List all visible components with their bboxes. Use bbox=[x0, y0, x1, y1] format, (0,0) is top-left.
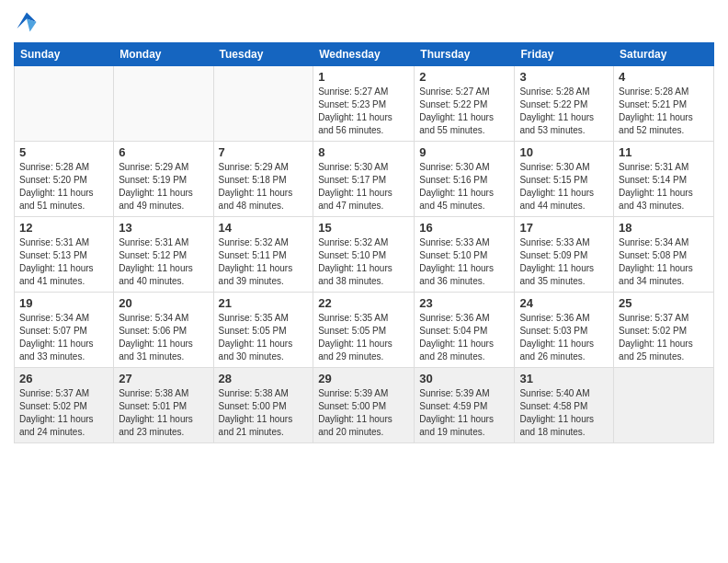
calendar-header bbox=[14, 9, 714, 35]
day-number: 3 bbox=[519, 70, 609, 84]
weekday-header-sunday: Sunday bbox=[15, 43, 114, 66]
weekday-header-wednesday: Wednesday bbox=[313, 43, 415, 66]
day-number: 13 bbox=[119, 221, 208, 235]
calendar-cell: 27Sunrise: 5:38 AM Sunset: 5:01 PM Dayli… bbox=[114, 368, 213, 443]
calendar-cell: 22Sunrise: 5:35 AM Sunset: 5:05 PM Dayli… bbox=[313, 293, 415, 368]
day-number: 29 bbox=[318, 372, 409, 385]
day-number: 12 bbox=[19, 221, 108, 235]
calendar-cell: 11Sunrise: 5:31 AM Sunset: 5:14 PM Dayli… bbox=[614, 142, 714, 217]
day-number: 24 bbox=[519, 296, 609, 310]
day-number: 1 bbox=[318, 70, 409, 84]
weekday-header-tuesday: Tuesday bbox=[213, 43, 313, 66]
calendar-cell: 5Sunrise: 5:28 AM Sunset: 5:20 PM Daylig… bbox=[15, 142, 114, 217]
day-number: 6 bbox=[119, 145, 208, 159]
day-info: Sunrise: 5:29 AM Sunset: 5:19 PM Dayligh… bbox=[119, 161, 208, 213]
day-info: Sunrise: 5:39 AM Sunset: 4:59 PM Dayligh… bbox=[419, 387, 509, 439]
day-number: 26 bbox=[19, 372, 108, 385]
day-number: 28 bbox=[219, 372, 309, 385]
day-info: Sunrise: 5:34 AM Sunset: 5:06 PM Dayligh… bbox=[119, 312, 208, 363]
logo bbox=[14, 9, 43, 35]
day-number: 9 bbox=[419, 145, 509, 159]
calendar-cell: 29Sunrise: 5:39 AM Sunset: 5:00 PM Dayli… bbox=[313, 368, 415, 443]
weekday-header-row: SundayMondayTuesdayWednesdayThursdayFrid… bbox=[15, 43, 714, 66]
week-row-2: 5Sunrise: 5:28 AM Sunset: 5:20 PM Daylig… bbox=[15, 142, 714, 217]
day-info: Sunrise: 5:38 AM Sunset: 5:01 PM Dayligh… bbox=[119, 387, 208, 439]
calendar-cell: 30Sunrise: 5:39 AM Sunset: 4:59 PM Dayli… bbox=[415, 368, 515, 443]
day-number: 8 bbox=[318, 145, 409, 159]
day-number: 19 bbox=[19, 296, 108, 310]
day-number: 15 bbox=[318, 221, 409, 235]
day-info: Sunrise: 5:32 AM Sunset: 5:11 PM Dayligh… bbox=[219, 236, 309, 288]
day-info: Sunrise: 5:32 AM Sunset: 5:10 PM Dayligh… bbox=[318, 236, 409, 288]
calendar-cell: 14Sunrise: 5:32 AM Sunset: 5:11 PM Dayli… bbox=[213, 217, 313, 293]
day-info: Sunrise: 5:30 AM Sunset: 5:17 PM Dayligh… bbox=[318, 161, 409, 213]
calendar-cell: 4Sunrise: 5:28 AM Sunset: 5:21 PM Daylig… bbox=[614, 66, 714, 142]
day-info: Sunrise: 5:29 AM Sunset: 5:18 PM Dayligh… bbox=[219, 161, 309, 213]
calendar-cell: 8Sunrise: 5:30 AM Sunset: 5:17 PM Daylig… bbox=[313, 142, 415, 217]
weekday-header-friday: Friday bbox=[515, 43, 614, 66]
day-info: Sunrise: 5:31 AM Sunset: 5:12 PM Dayligh… bbox=[119, 236, 208, 288]
day-info: Sunrise: 5:31 AM Sunset: 5:14 PM Dayligh… bbox=[619, 161, 709, 213]
calendar-cell: 9Sunrise: 5:30 AM Sunset: 5:16 PM Daylig… bbox=[415, 142, 515, 217]
calendar-table: SundayMondayTuesdayWednesdayThursdayFrid… bbox=[14, 42, 714, 443]
calendar-cell: 20Sunrise: 5:34 AM Sunset: 5:06 PM Dayli… bbox=[114, 293, 213, 368]
calendar-cell: 26Sunrise: 5:37 AM Sunset: 5:02 PM Dayli… bbox=[15, 368, 114, 443]
calendar-cell: 2Sunrise: 5:27 AM Sunset: 5:22 PM Daylig… bbox=[415, 66, 515, 142]
calendar-page: SundayMondayTuesdayWednesdayThursdayFrid… bbox=[0, 0, 728, 563]
day-info: Sunrise: 5:37 AM Sunset: 5:02 PM Dayligh… bbox=[19, 387, 108, 439]
day-info: Sunrise: 5:33 AM Sunset: 5:09 PM Dayligh… bbox=[519, 236, 609, 288]
calendar-cell: 23Sunrise: 5:36 AM Sunset: 5:04 PM Dayli… bbox=[415, 293, 515, 368]
day-number: 14 bbox=[219, 221, 309, 235]
day-number: 17 bbox=[519, 221, 609, 235]
day-info: Sunrise: 5:38 AM Sunset: 5:00 PM Dayligh… bbox=[219, 387, 309, 439]
calendar-cell: 24Sunrise: 5:36 AM Sunset: 5:03 PM Dayli… bbox=[515, 293, 614, 368]
day-number: 30 bbox=[419, 372, 509, 385]
calendar-cell: 6Sunrise: 5:29 AM Sunset: 5:19 PM Daylig… bbox=[114, 142, 213, 217]
day-info: Sunrise: 5:30 AM Sunset: 5:15 PM Dayligh… bbox=[519, 161, 609, 213]
calendar-cell: 12Sunrise: 5:31 AM Sunset: 5:13 PM Dayli… bbox=[15, 217, 114, 293]
day-number: 5 bbox=[19, 145, 108, 159]
day-info: Sunrise: 5:35 AM Sunset: 5:05 PM Dayligh… bbox=[318, 312, 409, 363]
day-info: Sunrise: 5:30 AM Sunset: 5:16 PM Dayligh… bbox=[419, 161, 509, 213]
day-number: 22 bbox=[318, 296, 409, 310]
day-info: Sunrise: 5:40 AM Sunset: 4:58 PM Dayligh… bbox=[519, 387, 609, 439]
day-info: Sunrise: 5:35 AM Sunset: 5:05 PM Dayligh… bbox=[219, 312, 309, 363]
day-number: 16 bbox=[419, 221, 509, 235]
logo-icon bbox=[14, 9, 40, 35]
day-number: 4 bbox=[619, 70, 709, 84]
week-row-4: 19Sunrise: 5:34 AM Sunset: 5:07 PM Dayli… bbox=[15, 293, 714, 368]
day-info: Sunrise: 5:34 AM Sunset: 5:07 PM Dayligh… bbox=[19, 312, 108, 363]
day-number: 2 bbox=[419, 70, 509, 84]
calendar-cell: 1Sunrise: 5:27 AM Sunset: 5:23 PM Daylig… bbox=[313, 66, 415, 142]
calendar-cell: 13Sunrise: 5:31 AM Sunset: 5:12 PM Dayli… bbox=[114, 217, 213, 293]
day-info: Sunrise: 5:31 AM Sunset: 5:13 PM Dayligh… bbox=[19, 236, 108, 288]
day-number: 20 bbox=[119, 296, 208, 310]
day-number: 18 bbox=[619, 221, 709, 235]
day-info: Sunrise: 5:39 AM Sunset: 5:00 PM Dayligh… bbox=[318, 387, 409, 439]
calendar-cell: 10Sunrise: 5:30 AM Sunset: 5:15 PM Dayli… bbox=[515, 142, 614, 217]
week-row-5: 26Sunrise: 5:37 AM Sunset: 5:02 PM Dayli… bbox=[15, 368, 714, 443]
day-info: Sunrise: 5:33 AM Sunset: 5:10 PM Dayligh… bbox=[419, 236, 509, 288]
day-number: 31 bbox=[519, 372, 609, 385]
day-info: Sunrise: 5:28 AM Sunset: 5:22 PM Dayligh… bbox=[519, 86, 609, 137]
calendar-cell: 17Sunrise: 5:33 AM Sunset: 5:09 PM Dayli… bbox=[515, 217, 614, 293]
day-number: 7 bbox=[219, 145, 309, 159]
calendar-cell bbox=[213, 66, 313, 142]
weekday-header-monday: Monday bbox=[114, 43, 213, 66]
day-info: Sunrise: 5:28 AM Sunset: 5:20 PM Dayligh… bbox=[19, 161, 108, 213]
calendar-cell: 7Sunrise: 5:29 AM Sunset: 5:18 PM Daylig… bbox=[213, 142, 313, 217]
calendar-cell: 16Sunrise: 5:33 AM Sunset: 5:10 PM Dayli… bbox=[415, 217, 515, 293]
calendar-cell bbox=[114, 66, 213, 142]
day-number: 23 bbox=[419, 296, 509, 310]
day-info: Sunrise: 5:27 AM Sunset: 5:23 PM Dayligh… bbox=[318, 86, 409, 137]
day-info: Sunrise: 5:36 AM Sunset: 5:03 PM Dayligh… bbox=[519, 312, 609, 363]
calendar-cell: 25Sunrise: 5:37 AM Sunset: 5:02 PM Dayli… bbox=[614, 293, 714, 368]
calendar-cell: 15Sunrise: 5:32 AM Sunset: 5:10 PM Dayli… bbox=[313, 217, 415, 293]
calendar-cell: 3Sunrise: 5:28 AM Sunset: 5:22 PM Daylig… bbox=[515, 66, 614, 142]
day-number: 10 bbox=[519, 145, 609, 159]
day-number: 25 bbox=[619, 296, 709, 310]
weekday-header-thursday: Thursday bbox=[415, 43, 515, 66]
day-number: 11 bbox=[619, 145, 709, 159]
calendar-cell: 31Sunrise: 5:40 AM Sunset: 4:58 PM Dayli… bbox=[515, 368, 614, 443]
calendar-cell: 21Sunrise: 5:35 AM Sunset: 5:05 PM Dayli… bbox=[213, 293, 313, 368]
